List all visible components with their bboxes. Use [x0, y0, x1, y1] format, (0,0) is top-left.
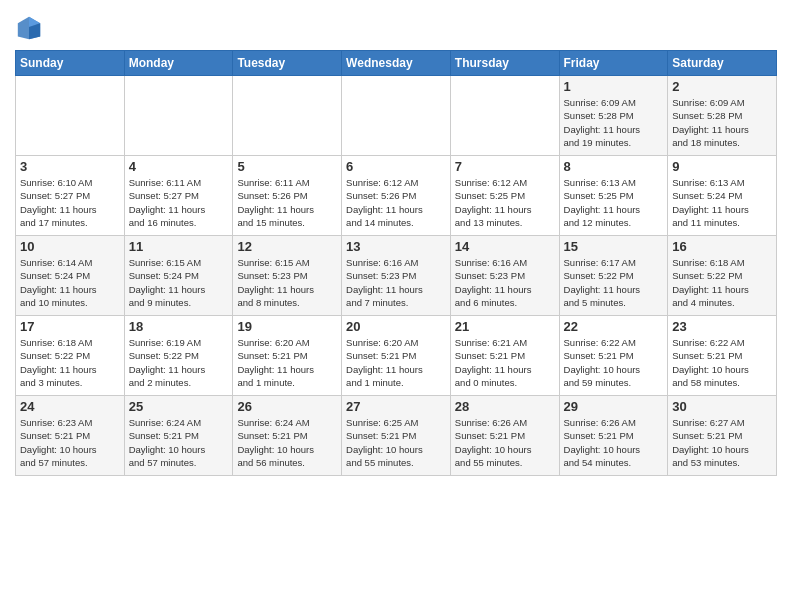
calendar-container: SundayMondayTuesdayWednesdayThursdayFrid… — [0, 0, 792, 491]
header — [15, 10, 777, 42]
calendar-cell — [342, 76, 451, 156]
calendar-body: 1Sunrise: 6:09 AM Sunset: 5:28 PM Daylig… — [16, 76, 777, 476]
day-number: 12 — [237, 239, 337, 254]
day-number: 23 — [672, 319, 772, 334]
day-number: 28 — [455, 399, 555, 414]
day-info: Sunrise: 6:09 AM Sunset: 5:28 PM Dayligh… — [672, 96, 772, 149]
day-info: Sunrise: 6:21 AM Sunset: 5:21 PM Dayligh… — [455, 336, 555, 389]
day-info: Sunrise: 6:20 AM Sunset: 5:21 PM Dayligh… — [346, 336, 446, 389]
day-number: 10 — [20, 239, 120, 254]
day-info: Sunrise: 6:19 AM Sunset: 5:22 PM Dayligh… — [129, 336, 229, 389]
day-info: Sunrise: 6:17 AM Sunset: 5:22 PM Dayligh… — [564, 256, 664, 309]
weekday-header-sunday: Sunday — [16, 51, 125, 76]
calendar-cell: 17Sunrise: 6:18 AM Sunset: 5:22 PM Dayli… — [16, 316, 125, 396]
calendar-cell: 15Sunrise: 6:17 AM Sunset: 5:22 PM Dayli… — [559, 236, 668, 316]
day-info: Sunrise: 6:25 AM Sunset: 5:21 PM Dayligh… — [346, 416, 446, 469]
day-info: Sunrise: 6:09 AM Sunset: 5:28 PM Dayligh… — [564, 96, 664, 149]
day-info: Sunrise: 6:27 AM Sunset: 5:21 PM Dayligh… — [672, 416, 772, 469]
day-number: 17 — [20, 319, 120, 334]
calendar-cell: 6Sunrise: 6:12 AM Sunset: 5:26 PM Daylig… — [342, 156, 451, 236]
day-info: Sunrise: 6:12 AM Sunset: 5:25 PM Dayligh… — [455, 176, 555, 229]
calendar-cell: 20Sunrise: 6:20 AM Sunset: 5:21 PM Dayli… — [342, 316, 451, 396]
calendar-cell: 16Sunrise: 6:18 AM Sunset: 5:22 PM Dayli… — [668, 236, 777, 316]
day-number: 6 — [346, 159, 446, 174]
calendar-cell: 30Sunrise: 6:27 AM Sunset: 5:21 PM Dayli… — [668, 396, 777, 476]
day-info: Sunrise: 6:15 AM Sunset: 5:23 PM Dayligh… — [237, 256, 337, 309]
day-number: 30 — [672, 399, 772, 414]
day-info: Sunrise: 6:10 AM Sunset: 5:27 PM Dayligh… — [20, 176, 120, 229]
calendar-cell: 22Sunrise: 6:22 AM Sunset: 5:21 PM Dayli… — [559, 316, 668, 396]
day-number: 26 — [237, 399, 337, 414]
calendar-table: SundayMondayTuesdayWednesdayThursdayFrid… — [15, 50, 777, 476]
day-number: 2 — [672, 79, 772, 94]
weekday-header-thursday: Thursday — [450, 51, 559, 76]
day-number: 8 — [564, 159, 664, 174]
calendar-cell: 24Sunrise: 6:23 AM Sunset: 5:21 PM Dayli… — [16, 396, 125, 476]
day-number: 14 — [455, 239, 555, 254]
day-number: 5 — [237, 159, 337, 174]
weekday-header-friday: Friday — [559, 51, 668, 76]
calendar-cell: 13Sunrise: 6:16 AM Sunset: 5:23 PM Dayli… — [342, 236, 451, 316]
day-info: Sunrise: 6:20 AM Sunset: 5:21 PM Dayligh… — [237, 336, 337, 389]
day-number: 9 — [672, 159, 772, 174]
day-info: Sunrise: 6:24 AM Sunset: 5:21 PM Dayligh… — [129, 416, 229, 469]
calendar-cell: 28Sunrise: 6:26 AM Sunset: 5:21 PM Dayli… — [450, 396, 559, 476]
day-number: 22 — [564, 319, 664, 334]
day-number: 24 — [20, 399, 120, 414]
day-number: 16 — [672, 239, 772, 254]
logo-icon — [15, 14, 43, 42]
day-number: 13 — [346, 239, 446, 254]
calendar-cell: 9Sunrise: 6:13 AM Sunset: 5:24 PM Daylig… — [668, 156, 777, 236]
calendar-cell: 1Sunrise: 6:09 AM Sunset: 5:28 PM Daylig… — [559, 76, 668, 156]
day-number: 18 — [129, 319, 229, 334]
calendar-cell — [233, 76, 342, 156]
calendar-cell: 7Sunrise: 6:12 AM Sunset: 5:25 PM Daylig… — [450, 156, 559, 236]
day-info: Sunrise: 6:18 AM Sunset: 5:22 PM Dayligh… — [20, 336, 120, 389]
calendar-cell: 10Sunrise: 6:14 AM Sunset: 5:24 PM Dayli… — [16, 236, 125, 316]
calendar-cell: 11Sunrise: 6:15 AM Sunset: 5:24 PM Dayli… — [124, 236, 233, 316]
calendar-week-row: 1Sunrise: 6:09 AM Sunset: 5:28 PM Daylig… — [16, 76, 777, 156]
day-info: Sunrise: 6:13 AM Sunset: 5:24 PM Dayligh… — [672, 176, 772, 229]
day-info: Sunrise: 6:14 AM Sunset: 5:24 PM Dayligh… — [20, 256, 120, 309]
calendar-cell: 8Sunrise: 6:13 AM Sunset: 5:25 PM Daylig… — [559, 156, 668, 236]
calendar-cell: 14Sunrise: 6:16 AM Sunset: 5:23 PM Dayli… — [450, 236, 559, 316]
day-number: 4 — [129, 159, 229, 174]
weekday-header-row: SundayMondayTuesdayWednesdayThursdayFrid… — [16, 51, 777, 76]
day-number: 19 — [237, 319, 337, 334]
calendar-cell: 27Sunrise: 6:25 AM Sunset: 5:21 PM Dayli… — [342, 396, 451, 476]
day-info: Sunrise: 6:16 AM Sunset: 5:23 PM Dayligh… — [346, 256, 446, 309]
day-info: Sunrise: 6:13 AM Sunset: 5:25 PM Dayligh… — [564, 176, 664, 229]
day-info: Sunrise: 6:22 AM Sunset: 5:21 PM Dayligh… — [672, 336, 772, 389]
day-number: 3 — [20, 159, 120, 174]
weekday-header-tuesday: Tuesday — [233, 51, 342, 76]
day-number: 1 — [564, 79, 664, 94]
day-info: Sunrise: 6:11 AM Sunset: 5:27 PM Dayligh… — [129, 176, 229, 229]
logo — [15, 14, 45, 42]
calendar-cell: 21Sunrise: 6:21 AM Sunset: 5:21 PM Dayli… — [450, 316, 559, 396]
calendar-cell: 2Sunrise: 6:09 AM Sunset: 5:28 PM Daylig… — [668, 76, 777, 156]
day-number: 20 — [346, 319, 446, 334]
day-info: Sunrise: 6:23 AM Sunset: 5:21 PM Dayligh… — [20, 416, 120, 469]
day-number: 21 — [455, 319, 555, 334]
day-number: 25 — [129, 399, 229, 414]
day-number: 27 — [346, 399, 446, 414]
calendar-cell — [16, 76, 125, 156]
weekday-header-monday: Monday — [124, 51, 233, 76]
calendar-cell: 23Sunrise: 6:22 AM Sunset: 5:21 PM Dayli… — [668, 316, 777, 396]
day-number: 11 — [129, 239, 229, 254]
calendar-week-row: 24Sunrise: 6:23 AM Sunset: 5:21 PM Dayli… — [16, 396, 777, 476]
calendar-cell: 18Sunrise: 6:19 AM Sunset: 5:22 PM Dayli… — [124, 316, 233, 396]
calendar-week-row: 17Sunrise: 6:18 AM Sunset: 5:22 PM Dayli… — [16, 316, 777, 396]
day-number: 29 — [564, 399, 664, 414]
day-info: Sunrise: 6:12 AM Sunset: 5:26 PM Dayligh… — [346, 176, 446, 229]
day-info: Sunrise: 6:26 AM Sunset: 5:21 PM Dayligh… — [455, 416, 555, 469]
day-number: 7 — [455, 159, 555, 174]
calendar-cell: 25Sunrise: 6:24 AM Sunset: 5:21 PM Dayli… — [124, 396, 233, 476]
weekday-header-wednesday: Wednesday — [342, 51, 451, 76]
calendar-cell: 12Sunrise: 6:15 AM Sunset: 5:23 PM Dayli… — [233, 236, 342, 316]
calendar-week-row: 10Sunrise: 6:14 AM Sunset: 5:24 PM Dayli… — [16, 236, 777, 316]
calendar-cell: 4Sunrise: 6:11 AM Sunset: 5:27 PM Daylig… — [124, 156, 233, 236]
calendar-cell: 19Sunrise: 6:20 AM Sunset: 5:21 PM Dayli… — [233, 316, 342, 396]
day-info: Sunrise: 6:11 AM Sunset: 5:26 PM Dayligh… — [237, 176, 337, 229]
calendar-cell: 3Sunrise: 6:10 AM Sunset: 5:27 PM Daylig… — [16, 156, 125, 236]
